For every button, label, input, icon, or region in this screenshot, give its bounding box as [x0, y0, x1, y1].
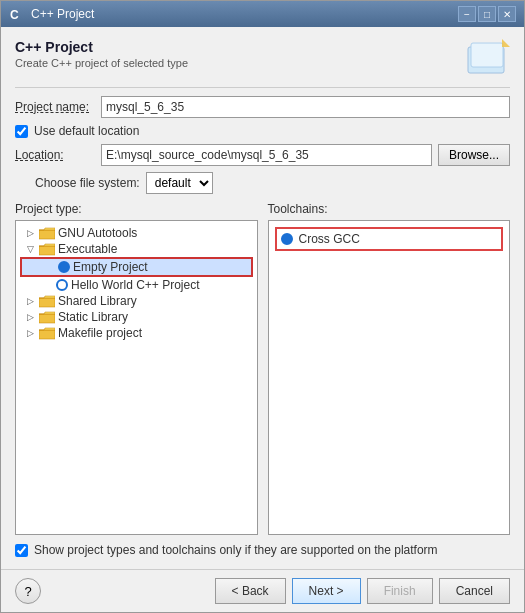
use-default-location-label: Use default location [34, 124, 139, 138]
project-name-label: Project name: [15, 100, 95, 114]
project-type-label: Project type: [15, 202, 258, 216]
toolchains-section: Toolchains: Cross GCC [268, 202, 511, 535]
project-name-input[interactable] [101, 96, 510, 118]
folder-executable-icon [39, 242, 55, 256]
toolchain-list[interactable]: Cross GCC [268, 220, 511, 535]
gnu-autotools-label: GNU Autotools [58, 226, 137, 240]
wizard-icon [462, 39, 510, 79]
platform-filter-label: Show project types and toolchains only i… [34, 543, 438, 557]
location-label: Location: [15, 148, 95, 162]
cancel-button[interactable]: Cancel [439, 578, 510, 604]
folder-static-icon [39, 310, 55, 324]
expand-executable-icon: ▽ [24, 243, 36, 255]
main-window: C C++ Project − □ ✕ C++ Project Create C… [0, 0, 525, 613]
tree-item-static-library[interactable]: ▷ Static Library [20, 309, 253, 325]
folder-gnu-icon [39, 226, 55, 240]
use-default-location-row: Use default location [15, 124, 510, 138]
bottom-checkbox-row: Show project types and toolchains only i… [15, 543, 510, 557]
executable-label: Executable [58, 242, 117, 256]
page-title: C++ Project [15, 39, 188, 55]
static-library-label: Static Library [58, 310, 128, 324]
filesystem-select[interactable]: default [146, 172, 213, 194]
location-input[interactable] [101, 144, 432, 166]
cross-gcc-label: Cross GCC [299, 232, 360, 246]
tree-item-gnu-autotools[interactable]: ▷ GNU Autotools [20, 225, 253, 241]
back-button[interactable]: < Back [215, 578, 286, 604]
title-bar: C C++ Project − □ ✕ [1, 1, 524, 27]
footer: ? < Back Next > Finish Cancel [1, 569, 524, 612]
toolchains-label: Toolchains: [268, 202, 511, 216]
empty-project-icon [58, 261, 70, 273]
two-column-section: Project type: ▷ GNU Autotools [15, 202, 510, 535]
minimize-button[interactable]: − [458, 6, 476, 22]
cross-gcc-icon [281, 233, 293, 245]
filesystem-row: Choose file system: default [15, 172, 510, 194]
form-section: Project name: Use default location Locat… [15, 96, 510, 194]
hello-world-icon [56, 279, 68, 291]
finish-button[interactable]: Finish [367, 578, 433, 604]
project-type-section: Project type: ▷ GNU Autotools [15, 202, 258, 535]
expand-static-icon: ▷ [24, 311, 36, 323]
window-icon: C [9, 6, 25, 22]
project-type-tree[interactable]: ▷ GNU Autotools ▽ [15, 220, 258, 535]
page-subtitle: Create C++ project of selected type [15, 57, 188, 69]
location-row: Location: Browse... [15, 144, 510, 166]
shared-library-label: Shared Library [58, 294, 137, 308]
expand-shared-icon: ▷ [24, 295, 36, 307]
filesystem-label: Choose file system: [35, 176, 140, 190]
expand-makefile-icon: ▷ [24, 327, 36, 339]
maximize-button[interactable]: □ [478, 6, 496, 22]
empty-project-label: Empty Project [73, 260, 148, 274]
project-name-row: Project name: [15, 96, 510, 118]
tree-item-makefile[interactable]: ▷ Makefile project [20, 325, 253, 341]
use-default-location-checkbox[interactable] [15, 125, 28, 138]
tree-item-empty-project[interactable]: Empty Project [20, 257, 253, 277]
content-area: C++ Project Create C++ project of select… [1, 27, 524, 569]
tree-item-hello-world[interactable]: Hello World C++ Project [20, 277, 253, 293]
folder-shared-icon [39, 294, 55, 308]
help-button[interactable]: ? [15, 578, 41, 604]
svg-text:C: C [10, 8, 19, 21]
close-button[interactable]: ✕ [498, 6, 516, 22]
folder-makefile-icon [39, 326, 55, 340]
tree-item-shared-library[interactable]: ▷ Shared Library [20, 293, 253, 309]
toolchain-item-cross-gcc[interactable]: Cross GCC [275, 227, 504, 251]
makefile-label: Makefile project [58, 326, 142, 340]
footer-left: ? [15, 578, 41, 604]
svg-rect-2 [471, 43, 503, 67]
tree-item-executable[interactable]: ▽ Executable [20, 241, 253, 257]
footer-buttons: < Back Next > Finish Cancel [215, 578, 510, 604]
hello-world-label: Hello World C++ Project [71, 278, 200, 292]
platform-filter-checkbox[interactable] [15, 544, 28, 557]
page-header: C++ Project Create C++ project of select… [15, 39, 510, 88]
browse-button[interactable]: Browse... [438, 144, 510, 166]
next-button[interactable]: Next > [292, 578, 361, 604]
svg-marker-3 [502, 39, 510, 47]
expand-gnu-icon: ▷ [24, 227, 36, 239]
window-title: C++ Project [31, 7, 94, 21]
